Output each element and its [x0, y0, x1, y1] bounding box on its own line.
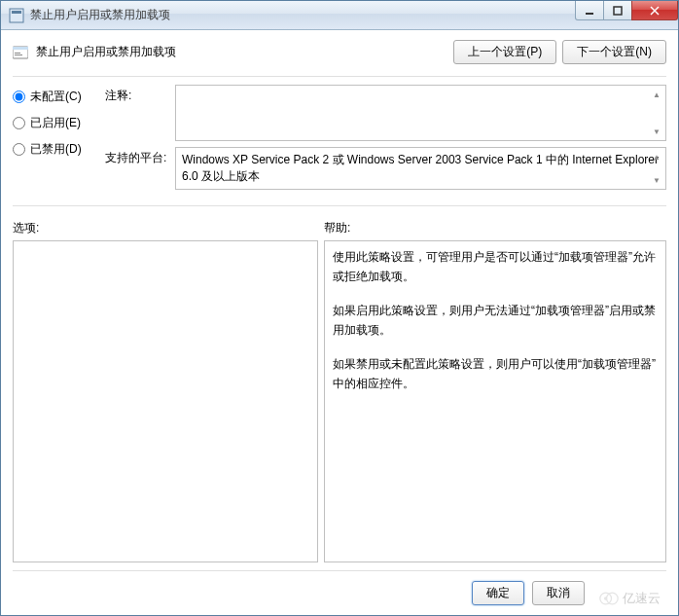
scroll-up-icon[interactable]: ▲ — [650, 88, 663, 101]
window-controls — [576, 1, 678, 20]
header-left: 禁止用户启用或禁用加载项 — [13, 44, 176, 60]
ok-button[interactable]: 确定 — [472, 581, 524, 605]
header-row: 禁止用户启用或禁用加载项 上一个设置(P) 下一个设置(N) — [13, 40, 666, 64]
svg-point-10 — [600, 593, 612, 604]
svg-rect-1 — [12, 11, 21, 14]
platform-value: Windows XP Service Pack 2 或 Windows Serv… — [182, 153, 659, 183]
comment-row: 注释: ▲ ▼ — [105, 85, 666, 141]
radio-disabled-label: 已禁用(D) — [30, 141, 82, 158]
watermark: 亿速云 — [599, 590, 661, 607]
radio-not-configured[interactable]: 未配置(C) — [13, 89, 105, 105]
config-grid: 未配置(C) 已启用(E) 已禁用(D) 注释: ▲ ▼ 支持的平台: — [13, 85, 666, 196]
annotation-column: 注释: ▲ ▼ 支持的平台: Windows XP Service Pack 2… — [105, 85, 666, 196]
radio-not-configured-label: 未配置(C) — [30, 89, 82, 105]
svg-rect-7 — [13, 47, 28, 50]
titlebar: 禁止用户启用或禁用加载项 — [1, 1, 678, 30]
help-paragraph: 如果启用此策略设置，则用户无法通过“加载项管理器”启用或禁用加载项。 — [333, 301, 658, 341]
help-panel[interactable]: 使用此策略设置，可管理用户是否可以通过“加载项管理器”允许或拒绝加载项。 如果启… — [324, 240, 666, 562]
prev-setting-button[interactable]: 上一个设置(P) — [453, 40, 556, 64]
help-paragraph: 使用此策略设置，可管理用户是否可以通过“加载项管理器”允许或拒绝加载项。 — [333, 247, 658, 287]
divider — [13, 76, 666, 77]
app-icon — [9, 8, 24, 23]
radio-disabled-input[interactable] — [13, 143, 25, 156]
platform-textbox: Windows XP Service Pack 2 或 Windows Serv… — [175, 147, 666, 190]
panels: 使用此策略设置，可管理用户是否可以通过“加载项管理器”允许或拒绝加载项。 如果启… — [13, 240, 666, 562]
window-title: 禁止用户启用或禁用加载项 — [30, 7, 170, 23]
panels-header: 选项: 帮助: — [13, 220, 666, 236]
bottom-bar: 确定 取消 应用(A) 亿速云 — [13, 570, 666, 607]
minimize-button[interactable] — [575, 1, 604, 20]
help-label: 帮助: — [324, 220, 666, 236]
page-title: 禁止用户启用或禁用加载项 — [36, 44, 176, 60]
svg-rect-3 — [614, 7, 622, 15]
cancel-button[interactable]: 取消 — [532, 581, 585, 605]
divider — [13, 205, 666, 206]
svg-point-12 — [604, 597, 607, 599]
comment-label: 注释: — [105, 85, 175, 141]
platform-row: 支持的平台: Windows XP Service Pack 2 或 Windo… — [105, 147, 666, 190]
scroll-down-icon[interactable]: ▼ — [650, 125, 663, 138]
scroll-up-icon[interactable]: ▲ — [650, 150, 663, 163]
radio-enabled-input[interactable] — [13, 117, 25, 129]
radio-enabled-label: 已启用(E) — [30, 115, 81, 131]
next-setting-button[interactable]: 下一个设置(N) — [562, 40, 666, 64]
watermark-text: 亿速云 — [623, 590, 661, 607]
radio-enabled[interactable]: 已启用(E) — [13, 115, 105, 131]
nav-buttons: 上一个设置(P) 下一个设置(N) — [453, 40, 666, 64]
maximize-button[interactable] — [603, 1, 632, 20]
radio-column: 未配置(C) 已启用(E) 已禁用(D) — [13, 85, 105, 196]
radio-not-configured-input[interactable] — [13, 91, 25, 103]
scroll-down-icon[interactable]: ▼ — [650, 173, 663, 187]
options-label: 选项: — [13, 220, 324, 236]
close-button[interactable] — [631, 1, 678, 20]
radio-disabled[interactable]: 已禁用(D) — [13, 141, 105, 158]
options-panel[interactable] — [13, 240, 318, 562]
comment-textbox[interactable]: ▲ ▼ — [175, 85, 666, 141]
svg-rect-8 — [15, 53, 20, 54]
policy-icon — [13, 45, 28, 60]
help-paragraph: 如果禁用或未配置此策略设置，则用户可以使用“加载项管理器”中的相应控件。 — [333, 354, 658, 394]
svg-rect-9 — [15, 54, 22, 55]
content-area: 禁止用户启用或禁用加载项 上一个设置(P) 下一个设置(N) 未配置(C) 已启… — [1, 30, 678, 615]
platform-label: 支持的平台: — [105, 147, 175, 190]
svg-point-11 — [607, 593, 619, 604]
